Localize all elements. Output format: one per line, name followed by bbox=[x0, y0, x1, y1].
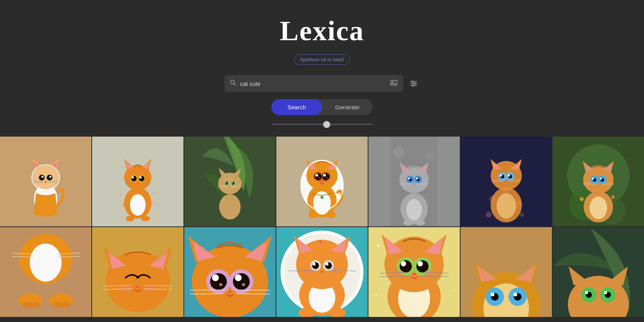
svg-point-163 bbox=[600, 178, 602, 180]
svg-point-19 bbox=[42, 176, 44, 178]
svg-point-228 bbox=[326, 263, 329, 266]
svg-point-99 bbox=[406, 199, 422, 221]
svg-point-110 bbox=[416, 178, 418, 180]
svg-point-126 bbox=[496, 193, 516, 219]
gallery-item[interactable] bbox=[553, 227, 644, 317]
gallery: ♥ ♥ bbox=[0, 137, 644, 317]
gallery-item[interactable] bbox=[0, 137, 91, 226]
svg-line-209 bbox=[190, 290, 224, 290]
svg-line-210 bbox=[190, 294, 224, 294]
gallery-item[interactable] bbox=[184, 137, 276, 226]
svg-point-208 bbox=[242, 283, 245, 286]
svg-point-51 bbox=[141, 216, 150, 221]
svg-point-256 bbox=[424, 270, 434, 277]
svg-point-146 bbox=[580, 197, 584, 201]
search-icon bbox=[230, 80, 236, 87]
svg-line-182 bbox=[58, 256, 80, 257]
svg-point-269 bbox=[514, 293, 518, 297]
slider-row bbox=[271, 124, 373, 125]
svg-point-34 bbox=[130, 194, 146, 216]
svg-point-83 bbox=[315, 174, 318, 177]
svg-point-255 bbox=[393, 270, 404, 277]
svg-text:♥: ♥ bbox=[125, 174, 127, 176]
search-row bbox=[224, 75, 420, 92]
gallery-item[interactable]: ♥ ♥ bbox=[92, 137, 183, 226]
svg-point-170 bbox=[30, 244, 62, 282]
svg-point-231 bbox=[304, 269, 313, 274]
svg-text:✦: ✦ bbox=[448, 293, 452, 297]
logo: Lexica bbox=[280, 15, 364, 47]
svg-point-205 bbox=[212, 274, 219, 281]
svg-point-21 bbox=[45, 181, 47, 182]
svg-point-31 bbox=[119, 194, 121, 196]
svg-point-178 bbox=[64, 302, 71, 307]
svg-point-3 bbox=[392, 82, 393, 83]
svg-point-92 bbox=[326, 211, 336, 218]
svg-point-44 bbox=[132, 176, 134, 179]
svg-point-88 bbox=[327, 179, 332, 182]
svg-line-212 bbox=[237, 294, 270, 294]
svg-point-120 bbox=[486, 212, 492, 218]
svg-point-115 bbox=[404, 220, 413, 226]
svg-point-253 bbox=[401, 261, 406, 267]
svg-point-86 bbox=[326, 177, 327, 178]
svg-point-55 bbox=[219, 194, 241, 220]
search-slider[interactable] bbox=[271, 124, 373, 125]
svg-point-50 bbox=[126, 216, 134, 221]
svg-point-116 bbox=[415, 220, 425, 226]
svg-point-204 bbox=[233, 273, 250, 290]
svg-point-87 bbox=[312, 179, 317, 182]
svg-text:♥: ♥ bbox=[311, 265, 313, 269]
gallery-item[interactable] bbox=[461, 227, 552, 317]
svg-point-281 bbox=[604, 291, 607, 294]
search-input[interactable] bbox=[240, 80, 386, 87]
svg-point-7 bbox=[412, 81, 413, 82]
header: Lexica Aperture v4 is here! bbox=[0, 0, 644, 136]
svg-point-84 bbox=[323, 174, 326, 177]
search-bar bbox=[224, 75, 403, 92]
svg-point-280 bbox=[585, 291, 588, 294]
svg-point-254 bbox=[418, 261, 423, 267]
gallery-item[interactable] bbox=[368, 137, 460, 226]
image-upload-icon[interactable] bbox=[390, 79, 398, 88]
svg-text:✦: ✦ bbox=[376, 243, 381, 249]
svg-text:✦: ✦ bbox=[374, 293, 378, 297]
svg-point-232 bbox=[330, 269, 339, 274]
svg-point-148 bbox=[611, 196, 615, 199]
svg-point-227 bbox=[313, 263, 316, 266]
svg-point-89 bbox=[320, 183, 324, 185]
svg-point-206 bbox=[235, 274, 242, 281]
svg-point-136 bbox=[500, 174, 502, 177]
svg-point-152 bbox=[590, 197, 607, 219]
svg-point-90 bbox=[320, 196, 324, 199]
svg-point-162 bbox=[592, 178, 594, 180]
svg-point-268 bbox=[491, 293, 495, 297]
svg-point-20 bbox=[50, 176, 52, 178]
svg-point-65 bbox=[232, 182, 233, 183]
generate-button[interactable]: Generate bbox=[322, 99, 373, 115]
svg-point-32 bbox=[152, 192, 155, 194]
gallery-item[interactable] bbox=[92, 227, 183, 317]
svg-point-137 bbox=[508, 174, 510, 177]
gallery-item[interactable] bbox=[276, 137, 368, 226]
aperture-badge-button[interactable]: Aperture v4 is here! bbox=[294, 54, 350, 65]
gallery-item[interactable]: ♥ ♥ bbox=[276, 227, 368, 317]
svg-line-1 bbox=[234, 84, 236, 85]
svg-point-91 bbox=[308, 211, 318, 218]
svg-point-12 bbox=[33, 166, 59, 189]
gallery-item[interactable] bbox=[0, 227, 91, 317]
svg-text:♥: ♥ bbox=[319, 239, 322, 245]
svg-point-96 bbox=[425, 151, 435, 161]
filter-icon-button[interactable] bbox=[408, 78, 420, 89]
svg-point-109 bbox=[408, 178, 410, 180]
svg-point-64 bbox=[226, 182, 227, 183]
svg-point-175 bbox=[33, 302, 40, 307]
svg-point-85 bbox=[318, 177, 320, 178]
search-button[interactable]: Search bbox=[271, 99, 322, 115]
gallery-item[interactable]: ✦ ✦ ✦ ✦ bbox=[368, 227, 460, 317]
svg-point-45 bbox=[139, 176, 142, 179]
svg-line-211 bbox=[237, 290, 270, 290]
gallery-item[interactable] bbox=[184, 227, 276, 317]
gallery-item[interactable] bbox=[553, 137, 644, 226]
gallery-item[interactable] bbox=[461, 137, 552, 226]
